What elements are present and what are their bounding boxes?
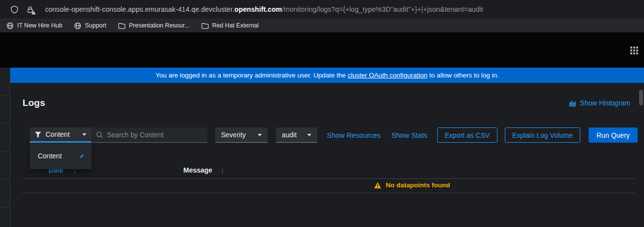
left-sidebar-strip xyxy=(0,68,10,227)
url-host: console-openshift-console.apps.emurasak-… xyxy=(45,5,234,13)
bookmark-label: Presentation Resour... xyxy=(129,22,190,29)
bookmark-it-new-hire-hub[interactable]: IT New Hire Hub xyxy=(6,22,69,29)
caret-down-icon xyxy=(307,134,311,136)
address-bar[interactable]: console-openshift-console.apps.emurasak-… xyxy=(45,5,483,13)
bookmark-label: Support xyxy=(85,22,106,29)
filter-icon xyxy=(35,131,41,138)
search-input[interactable] xyxy=(107,131,202,139)
bookmark-support[interactable]: Support xyxy=(74,22,113,29)
bookmark-label: Red Hat External xyxy=(212,22,259,29)
show-stats-link[interactable]: Show Stats xyxy=(392,131,427,139)
globe-icon xyxy=(6,22,14,29)
message-column-label: Message xyxy=(183,166,212,174)
bookmark-label: IT New Hire Hub xyxy=(17,22,62,29)
column-header-message[interactable]: Message ↕ xyxy=(183,166,224,174)
table-row-divider xyxy=(23,193,635,193)
caret-down-icon xyxy=(258,134,262,136)
run-query-button[interactable]: Run Query xyxy=(589,127,638,143)
globe-icon xyxy=(74,22,81,29)
login-banner: You are logged in as a temporary adminis… xyxy=(10,68,644,83)
scrollbar-thumb[interactable] xyxy=(639,90,643,105)
page-header: Logs Show Histogram xyxy=(10,83,644,108)
shield-icon[interactable] xyxy=(10,5,19,14)
search-field xyxy=(91,127,207,143)
app-launcher-icon[interactable] xyxy=(630,47,638,54)
filter-toolbar: Content Severity audit Show Resources Sh… xyxy=(30,127,638,143)
lock-warning-icon[interactable] xyxy=(25,5,34,14)
warning-icon xyxy=(374,182,381,189)
folder-icon xyxy=(201,23,209,29)
attribute-filter-label: Content xyxy=(46,130,70,138)
explain-log-volume-button[interactable]: Explain Log Volume xyxy=(505,127,580,143)
folder-icon xyxy=(118,23,125,29)
severity-dropdown[interactable]: Severity xyxy=(215,127,268,143)
warning-overlay-icon xyxy=(31,10,36,15)
bookmarks-bar: IT New Hire Hub Support Presentation Res… xyxy=(0,19,644,32)
show-histogram-label: Show Histogram xyxy=(580,99,630,107)
export-csv-button[interactable]: Export as CSV xyxy=(437,127,497,143)
browser-url-bar: console-openshift-console.apps.emurasak-… xyxy=(0,0,644,19)
cluster-oauth-link[interactable]: cluster OAuth configuration xyxy=(347,72,427,79)
caret-down-icon xyxy=(82,133,86,136)
histogram-icon xyxy=(569,100,576,106)
show-resources-link[interactable]: Show Resources xyxy=(327,131,381,139)
page-title: Logs xyxy=(23,98,45,108)
severity-label: Severity xyxy=(221,131,246,139)
bookmark-presentation-resources[interactable]: Presentation Resour... xyxy=(118,22,197,29)
banner-text-after: to allow others to log in. xyxy=(427,72,499,79)
logs-page: Logs Show Histogram Content Severity xyxy=(10,83,644,227)
banner-text-before: You are logged in as a temporary adminis… xyxy=(155,72,347,79)
sort-both-icon: ↕ xyxy=(221,166,224,174)
masthead xyxy=(0,32,644,68)
tenant-dropdown[interactable]: audit xyxy=(276,127,317,143)
tenant-label: audit xyxy=(282,131,297,139)
table-header-divider xyxy=(23,178,635,179)
check-icon: ✓ xyxy=(79,152,85,160)
url-domain: openshift.com xyxy=(234,5,282,13)
menu-item-label: Content xyxy=(38,152,62,160)
menu-item-content[interactable]: Content ✓ xyxy=(30,152,92,160)
attribute-filter-dropdown[interactable]: Content xyxy=(30,127,91,143)
search-icon xyxy=(96,131,103,138)
show-histogram-link[interactable]: Show Histogram xyxy=(569,99,630,107)
empty-state-text: No datapoints found xyxy=(386,181,450,189)
bookmark-red-hat-external[interactable]: Red Hat External xyxy=(201,22,266,29)
empty-state-row: No datapoints found xyxy=(374,181,450,189)
url-path: /monitoring/logs?q={+log_type%3D"audit"+… xyxy=(282,5,483,13)
attribute-dropdown-menu: Content ✓ xyxy=(30,143,92,169)
